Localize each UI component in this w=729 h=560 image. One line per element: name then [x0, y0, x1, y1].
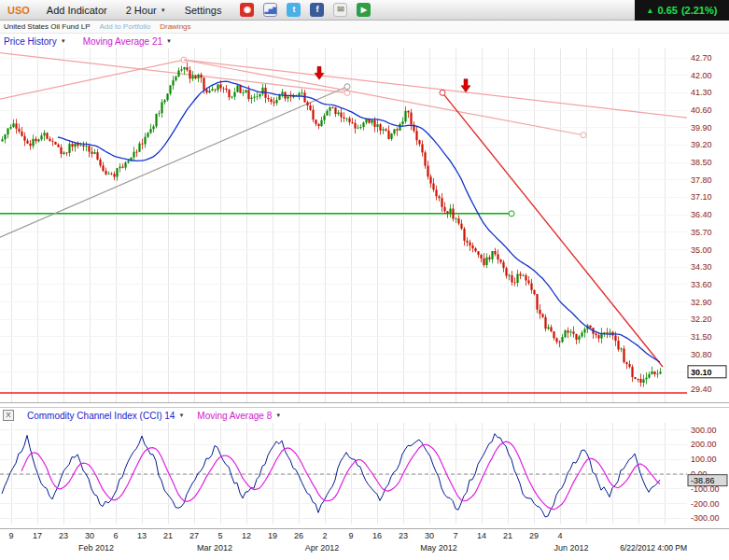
timeframe-dropdown[interactable]: 2 Hour▼: [126, 5, 166, 16]
add-to-portfolio-link[interactable]: Add to Portfolio: [100, 22, 151, 31]
ma8-label: Moving Average 8: [197, 411, 272, 421]
twitter-icon[interactable]: t: [287, 3, 301, 17]
cci-dropdown[interactable]: Commodity Channel Index (CCI) 14▼: [27, 411, 184, 421]
drawings-link[interactable]: Drawings: [160, 22, 190, 31]
date-tick-label: 30: [425, 531, 434, 540]
ma21-label: Moving Average 21: [83, 36, 162, 47]
cci-axis-label: 300.00: [691, 426, 717, 435]
date-tick-label: 6: [113, 531, 118, 540]
ma8-dropdown[interactable]: Moving Average 8▼: [197, 411, 281, 421]
cci-axis-label: 100.00: [691, 455, 717, 464]
drawing-handle[interactable]: [344, 84, 350, 90]
cci-pane-header: X Commodity Channel Index (CCI) 14▼ Movi…: [0, 407, 729, 423]
date-axis: 9172330613212751219262916233071421294Feb…: [0, 529, 729, 560]
month-label: May 2012: [420, 543, 457, 553]
symbol-label[interactable]: USO: [7, 5, 30, 16]
date-tick-label: 7: [453, 531, 457, 540]
chevron-down-icon: ▼: [275, 413, 281, 418]
candles: [1, 63, 661, 387]
price-history-label: Price History: [4, 36, 57, 47]
date-tick-label: 2: [322, 531, 327, 540]
add-indicator-button[interactable]: Add Indicator: [47, 5, 107, 16]
date-tick-label: 4: [557, 531, 562, 540]
chevron-down-icon: ▼: [161, 7, 166, 13]
drawing-handle[interactable]: [440, 90, 445, 95]
cci-ma-line: [21, 441, 660, 510]
current-price-label: 30.10: [691, 368, 712, 377]
price-axis-label: 35.00: [691, 245, 712, 255]
price-axis-label: 30.80: [691, 350, 712, 359]
date-tick-label: 23: [399, 531, 408, 540]
company-name: United States Oil Fund LP: [4, 22, 91, 31]
chevron-down-icon: ▼: [61, 38, 66, 44]
price-axis-label: 33.60: [691, 280, 712, 289]
date-tick-label: 12: [242, 531, 251, 540]
date-tick-label: 27: [189, 531, 199, 540]
price-axis-label: 32.90: [691, 298, 712, 307]
date-tick-label: 5: [217, 531, 222, 540]
cci-current-value-label: -38.86: [691, 476, 715, 485]
toolbar: USO Add Indicator 2 Hour▼ Settings ◉ ▂▅▇…: [0, 0, 729, 21]
drawing-handle[interactable]: [581, 133, 586, 138]
downtrend-red-line[interactable]: [442, 92, 663, 367]
date-tick-label: 9: [8, 531, 13, 540]
price-change-badge: ▲ 0.65 (2.21%): [635, 0, 729, 21]
price-axis-label: 31.50: [691, 332, 712, 342]
month-label: Feb 2012: [78, 543, 114, 553]
drawing-handle[interactable]: [509, 211, 514, 217]
date-tick-label: 19: [268, 531, 277, 540]
facebook-icon[interactable]: f: [310, 3, 324, 17]
price-axis-label: 36.40: [691, 210, 712, 219]
month-label: Jun 2012: [554, 543, 588, 553]
play-icon[interactable]: ▶: [357, 3, 371, 17]
timeframe-value: 2 Hour: [126, 5, 157, 16]
down-arrow-annotation[interactable]: [315, 66, 324, 79]
price-history-dropdown[interactable]: Price History▼: [4, 36, 66, 47]
date-tick-label: 21: [163, 531, 173, 540]
price-chart-canvas[interactable]: 42.7042.0041.3040.6039.9039.2038.5037.80…: [0, 49, 729, 403]
price-axis-label: 37.10: [691, 192, 712, 202]
change-value: 0.65: [657, 5, 677, 16]
month-label: Apr 2012: [305, 543, 340, 553]
price-pane-legend: Price History▼ Moving Average 21▼: [4, 35, 172, 49]
date-tick-label: 16: [372, 531, 382, 540]
price-axis-label: 38.50: [691, 158, 712, 167]
ma21-line: [58, 81, 660, 362]
logo-icon[interactable]: ◉: [240, 3, 254, 17]
falling-pink-long-line[interactable]: [184, 60, 687, 118]
date-tick-label: 26: [294, 531, 303, 540]
date-tick-label: 29: [529, 531, 539, 540]
cci-chart-canvas[interactable]: 300.00200.00100.000.00-100.00-200.00-300…: [0, 423, 729, 529]
up-arrow-icon: ▲: [647, 7, 654, 15]
price-axis-label: 32.20: [691, 315, 712, 324]
falling-pink-channel-line[interactable]: [184, 60, 583, 135]
price-axis-label: 35.70: [691, 228, 712, 237]
price-axis-label: 34.30: [691, 262, 712, 272]
month-label: Mar 2012: [197, 543, 232, 553]
price-axis-label: 42.00: [691, 71, 712, 80]
chevron-down-icon: ▼: [166, 38, 172, 44]
settings-button[interactable]: Settings: [185, 5, 222, 16]
bar-chart-icon[interactable]: ▂▅▇: [263, 3, 277, 17]
date-tick-label: 13: [137, 531, 147, 540]
cci-label: Commodity Channel Index (CCI) 14: [27, 411, 175, 421]
date-tick-label: 23: [59, 531, 68, 540]
ma21-dropdown[interactable]: Moving Average 21▼: [83, 36, 172, 47]
change-percent: (2.21%): [681, 5, 718, 16]
down-arrow-annotation[interactable]: [461, 79, 470, 92]
charting-app: USO Add Indicator 2 Hour▼ Settings ◉ ▂▅▇…: [0, 0, 729, 560]
date-tick-label: 17: [33, 531, 42, 540]
date-tick-label: 14: [477, 531, 486, 540]
price-axis-label: 37.80: [691, 175, 712, 185]
date-tick-label: 21: [503, 531, 512, 540]
close-icon[interactable]: X: [3, 410, 14, 421]
price-axis-label: 29.40: [691, 385, 712, 394]
cci-axis-label: -200.00: [691, 499, 720, 509]
symbol-subheader: United States Oil Fund LP Add to Portfol…: [0, 21, 729, 34]
email-icon[interactable]: ✉: [333, 3, 347, 17]
chevron-down-icon: ▼: [178, 413, 184, 418]
cci-axis-label: 200.00: [691, 440, 717, 449]
date-tick-label: 30: [85, 531, 94, 540]
price-axis-label: 42.70: [691, 53, 712, 63]
timestamp-label: 6/22/2012 4:00 PM: [620, 543, 687, 553]
